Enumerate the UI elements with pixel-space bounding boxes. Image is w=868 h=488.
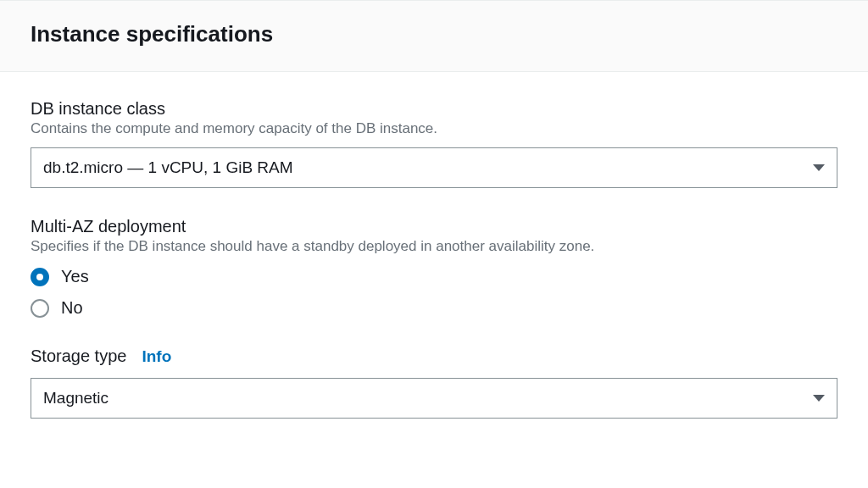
- panel-body: DB instance class Contains the compute a…: [0, 72, 868, 435]
- storage-type-label-row: Storage type Info: [31, 347, 837, 368]
- multi-az-label: Multi-AZ deployment: [31, 217, 837, 236]
- storage-type-label: Storage type: [31, 347, 126, 366]
- storage-type-value: Magnetic: [43, 389, 108, 408]
- db-instance-class-value: db.t2.micro — 1 vCPU, 1 GiB RAM: [43, 158, 293, 177]
- storage-type-info-link[interactable]: Info: [142, 347, 171, 366]
- multi-az-radio-yes[interactable]: Yes: [31, 267, 837, 286]
- multi-az-no-label: No: [61, 298, 83, 318]
- chevron-down-icon: [813, 164, 825, 171]
- db-instance-class-select[interactable]: db.t2.micro — 1 vCPU, 1 GiB RAM: [31, 147, 837, 188]
- panel-title: Instance specifications: [31, 21, 837, 47]
- db-instance-class-label: DB instance class: [31, 99, 837, 119]
- db-instance-class-description: Contains the compute and memory capacity…: [31, 120, 837, 137]
- multi-az-radio-no[interactable]: No: [31, 298, 837, 318]
- radio-icon: [31, 299, 49, 318]
- multi-az-group: Multi-AZ deployment Specifies if the DB …: [31, 217, 837, 318]
- multi-az-yes-label: Yes: [61, 267, 89, 286]
- multi-az-description: Specifies if the DB instance should have…: [31, 238, 837, 255]
- storage-type-group: Storage type Info Magnetic: [31, 347, 837, 419]
- storage-type-select[interactable]: Magnetic: [31, 378, 837, 419]
- multi-az-radio-group: Yes No: [31, 267, 837, 318]
- chevron-down-icon: [813, 395, 825, 402]
- radio-icon: [31, 268, 49, 286]
- db-instance-class-group: DB instance class Contains the compute a…: [31, 99, 837, 188]
- panel-header: Instance specifications: [0, 0, 868, 72]
